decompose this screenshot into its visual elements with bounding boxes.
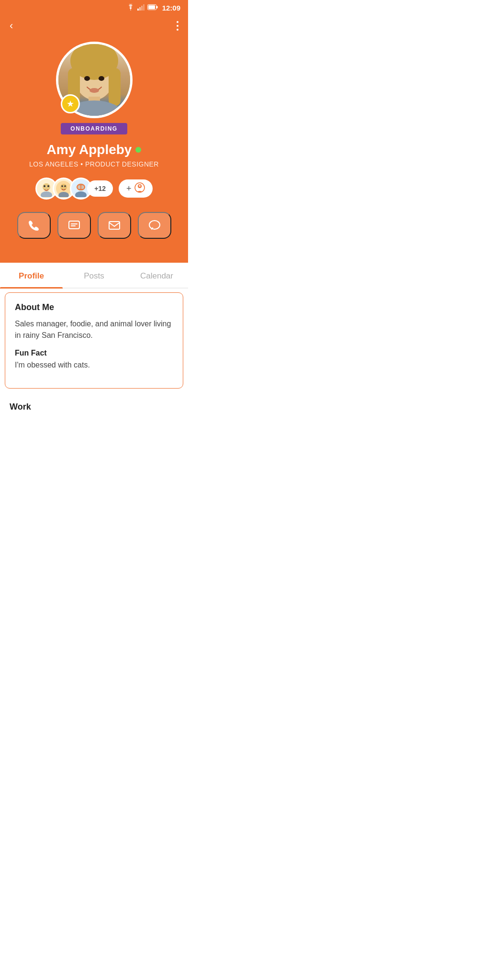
back-button[interactable]: ‹ [10, 20, 13, 32]
signal-icon [137, 4, 145, 12]
svg-rect-3 [143, 4, 145, 11]
badge-icon [134, 182, 145, 195]
about-title: About Me [15, 302, 173, 312]
fun-fact-label: Fun Fact [15, 349, 173, 357]
svg-rect-35 [69, 221, 79, 229]
more-dot-1 [177, 21, 178, 23]
header-section: ‹ [0, 14, 188, 263]
tab-active-indicator [0, 287, 63, 289]
add-badge-button[interactable]: + [119, 179, 153, 198]
status-time: 12:09 [162, 4, 180, 12]
work-section: Work [0, 392, 188, 422]
svg-rect-2 [141, 6, 143, 11]
sms-button[interactable] [57, 212, 91, 239]
email-button[interactable] [98, 212, 131, 239]
action-buttons [17, 212, 171, 239]
user-role: PRODUCT DESIGNER [85, 160, 159, 168]
avatar-wrapper: ★ [56, 42, 133, 118]
svg-point-17 [43, 183, 50, 191]
more-dot-3 [177, 29, 178, 31]
user-name: Amy Appleby [47, 142, 132, 157]
more-button[interactable] [177, 21, 178, 31]
work-title: Work [10, 402, 178, 412]
avatar-group: +12 [35, 178, 113, 200]
meta-separator: • [80, 160, 85, 168]
phone-button[interactable] [17, 212, 51, 239]
svg-point-23 [60, 184, 67, 190]
svg-rect-10 [109, 68, 121, 106]
onboarding-badge: ONBOARDING [61, 123, 127, 134]
user-name-row: Amy Appleby [47, 142, 142, 157]
fun-fact-text: I'm obessed with cats. [15, 359, 173, 371]
status-bar: 12:09 [0, 0, 188, 14]
tab-posts[interactable]: Posts [63, 263, 125, 288]
user-meta: LOS ANGELES • PRODUCT DESIGNER [29, 160, 159, 168]
about-text: Sales manager, foodie, and animal lover … [15, 318, 173, 341]
more-dot-2 [177, 25, 178, 27]
svg-point-39 [149, 221, 160, 229]
tabs-row: Profile Posts Calendar [0, 263, 188, 289]
svg-rect-1 [139, 7, 141, 11]
status-icons: 12:09 [126, 4, 180, 12]
avatar-section: ★ ONBOARDING Amy Appleby LOS ANGELES • P… [10, 42, 178, 263]
svg-rect-38 [109, 222, 120, 229]
svg-rect-5 [148, 5, 155, 9]
svg-point-14 [99, 76, 104, 81]
svg-point-25 [62, 185, 64, 187]
svg-point-15 [89, 88, 99, 93]
add-icon: + [126, 184, 132, 194]
tab-profile[interactable]: Profile [0, 263, 63, 288]
connections-row: +12 + [35, 178, 152, 200]
nav-row: ‹ [10, 14, 178, 42]
user-location: LOS ANGELES [29, 160, 78, 168]
svg-point-20 [47, 185, 49, 187]
svg-rect-0 [137, 9, 139, 11]
svg-point-26 [65, 185, 67, 187]
chat-button[interactable] [138, 212, 171, 239]
svg-point-13 [84, 76, 90, 81]
online-indicator [135, 147, 141, 153]
svg-rect-6 [156, 6, 158, 9]
connection-count: +12 [87, 180, 113, 197]
svg-point-19 [44, 185, 45, 187]
about-card: About Me Sales manager, foodie, and anim… [5, 292, 183, 389]
star-badge: ★ [61, 94, 80, 113]
battery-icon [147, 4, 158, 11]
wifi-icon [126, 4, 135, 12]
tab-calendar[interactable]: Calendar [125, 263, 188, 288]
